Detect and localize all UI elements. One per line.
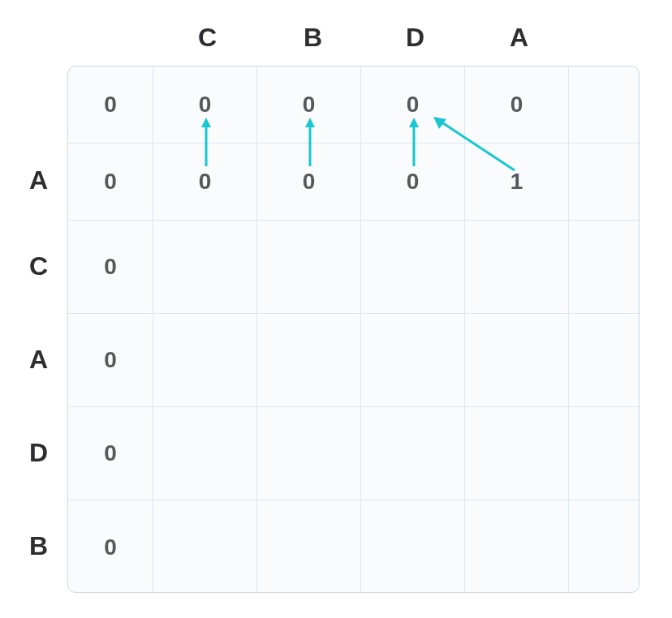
col-header-2: D (406, 23, 424, 53)
dp-grid: 0 0 0 0 0 0 0 0 0 1 0 0 0 0 (67, 66, 640, 593)
cell-r5c2 (257, 500, 361, 593)
cell-r1c3: 0 (361, 144, 465, 221)
dp-table-diagram: C B D A A C A D B 0 0 0 0 0 0 0 0 0 1 0 … (0, 0, 672, 618)
cell-r5c5 (569, 500, 640, 593)
cell-r0c2: 0 (257, 67, 361, 144)
cell-r4c5 (569, 407, 640, 500)
cell-r4c2 (257, 407, 361, 500)
col-header-1: B (304, 23, 322, 53)
cell-r2c3 (361, 221, 465, 314)
cell-r2c2 (257, 221, 361, 314)
cell-r4c4 (465, 407, 569, 500)
cell-r4c3 (361, 407, 465, 500)
cell-r3c0: 0 (68, 314, 153, 407)
row-header-2: A (29, 345, 48, 375)
cell-r3c1 (153, 314, 257, 407)
cell-r0c0: 0 (68, 67, 153, 144)
cell-r1c5 (569, 144, 640, 221)
row-header-1: C (29, 251, 48, 281)
cell-r3c2 (257, 314, 361, 407)
cell-r5c0: 0 (68, 500, 153, 593)
cell-r0c5 (569, 67, 640, 144)
row-header-3: D (29, 438, 48, 468)
cell-r0c1: 0 (153, 67, 257, 144)
cell-r3c4 (465, 314, 569, 407)
cell-r0c3: 0 (361, 67, 465, 144)
col-header-3: A (510, 23, 528, 53)
cell-r2c4 (465, 221, 569, 314)
cell-r5c4 (465, 500, 569, 593)
cell-r5c1 (153, 500, 257, 593)
row-header-0: A (29, 165, 48, 195)
cell-r4c0: 0 (68, 407, 153, 500)
cell-r5c3 (361, 500, 465, 593)
cell-r2c5 (569, 221, 640, 314)
cell-r1c1: 0 (153, 144, 257, 221)
cell-r2c0: 0 (68, 221, 153, 314)
cell-r0c4: 0 (465, 67, 569, 144)
row-header-4: B (29, 531, 48, 561)
cell-r2c1 (153, 221, 257, 314)
cell-r3c5 (569, 314, 640, 407)
cell-r3c3 (361, 314, 465, 407)
cell-r1c4: 1 (465, 144, 569, 221)
col-header-0: C (198, 23, 217, 53)
cell-r1c2: 0 (257, 144, 361, 221)
cell-r1c0: 0 (68, 144, 153, 221)
cell-r4c1 (153, 407, 257, 500)
